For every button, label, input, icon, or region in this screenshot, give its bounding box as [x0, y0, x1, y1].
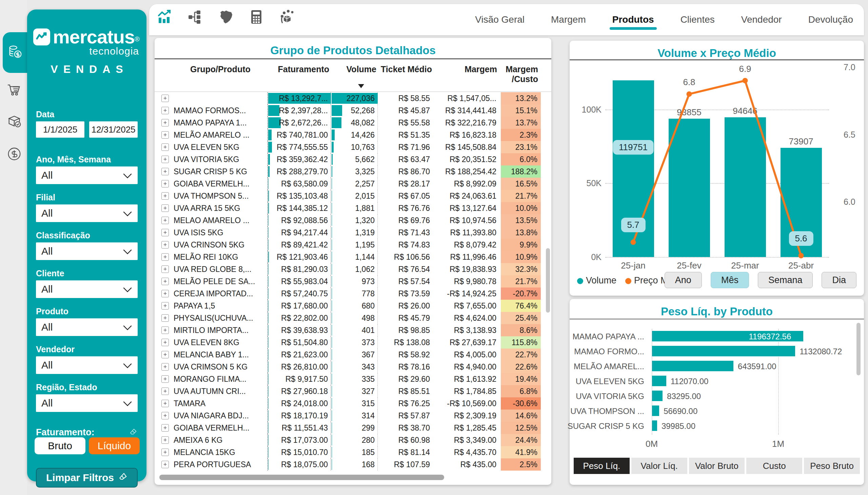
- col-header-volume[interactable]: Volume: [331, 64, 378, 74]
- hierarchy-icon[interactable]: [187, 9, 203, 27]
- table-row[interactable]: +UVA CRIMSON 5 KGR$ 26,810.00343R$ 78.16…: [155, 361, 541, 373]
- expand-icon[interactable]: +: [161, 290, 169, 297]
- table-row[interactable]: +AMEIXA 6 KGR$ 17,073.00280R$ 60.98R$ 3,…: [155, 434, 541, 446]
- table-row[interactable]: +UVA ELEVEN 8KGR$ 51,504.80373R$ 138.08R…: [155, 336, 541, 348]
- tab-vendedor[interactable]: Vendedor: [741, 8, 783, 31]
- expand-icon[interactable]: +: [161, 217, 169, 224]
- peso-bar-uva-eleven-5kg[interactable]: [652, 376, 666, 386]
- trend-chart-icon[interactable]: [157, 9, 173, 27]
- table-row[interactable]: +UVA ARRA 15 5KGR$ 144,385.121,881R$ 76.…: [155, 202, 541, 214]
- table-row[interactable]: +MELANCIA 15KGR$ 15,010.70185R$ 81.14R$ …: [155, 446, 541, 458]
- table-row[interactable]: +UVA VITORIA 5KGR$ 359,362.425,662R$ 63.…: [155, 153, 541, 166]
- table-row[interactable]: +UVA ELEVEN 5KGR$ 774,555.5510,763R$ 71.…: [155, 141, 541, 153]
- table-row[interactable]: +CEREJA IMPORTAD...R$ 57,240.75778R$ 73.…: [155, 288, 541, 300]
- line-point[interactable]: [743, 78, 748, 83]
- peso-vertical-scrollbar-thumb[interactable]: [856, 323, 861, 375]
- filter-dropdown-cliente[interactable]: All: [36, 280, 138, 298]
- col-header-margem[interactable]: Margem: [433, 64, 497, 74]
- table-row[interactable]: +GOIABA VERMELH...R$ 63,580.092,257R$ 28…: [155, 178, 541, 190]
- clear-filters-button[interactable]: Limpar Filtros: [36, 468, 138, 488]
- expand-icon[interactable]: +: [161, 424, 169, 432]
- rail-item-financeiro[interactable]: [5, 145, 24, 164]
- expand-icon[interactable]: +: [161, 180, 169, 187]
- col-header-ticket[interactable]: Ticket Médio: [378, 64, 432, 74]
- expand-icon[interactable]: +: [161, 95, 169, 102]
- period-button-me-s[interactable]: Mês: [711, 272, 749, 288]
- expand-icon[interactable]: +: [161, 156, 169, 163]
- peso-bar-uva-thompson[interactable]: [652, 406, 659, 416]
- expand-icon[interactable]: +: [161, 143, 169, 151]
- table-row[interactable]: +MELÃO PELE DE SA...R$ 55,983.04973R$ 57…: [155, 275, 541, 288]
- col-header-produto[interactable]: Grupo/Produto: [190, 64, 251, 74]
- period-button-ano[interactable]: Ano: [665, 272, 702, 288]
- table-row[interactable]: +PAPAYA 1,5R$ 17,680.00680R$ 26.00R$ 7,6…: [155, 300, 541, 312]
- faturamento-li-quido-button[interactable]: Líquido: [89, 437, 140, 454]
- filter-dropdown-vendedor[interactable]: All: [36, 356, 138, 374]
- table-row-total[interactable]: +R$ 13,292,7...227,036R$ 58.55R$ 1,547,0…: [155, 92, 541, 104]
- table-row[interactable]: +MIRTILO IMPORTA...R$ 39,638.93401R$ 98.…: [155, 324, 541, 336]
- expand-icon[interactable]: +: [161, 229, 169, 236]
- line-point[interactable]: [686, 91, 692, 97]
- expand-icon[interactable]: +: [161, 351, 169, 358]
- table-row[interactable]: +GOIABA VERMELH...R$ 11,551.43299R$ 38.7…: [155, 422, 541, 434]
- rail-item-estoque[interactable]: [5, 113, 24, 132]
- expand-icon[interactable]: +: [161, 314, 169, 322]
- tab-clientes[interactable]: Clientes: [680, 8, 715, 31]
- table-row[interactable]: +MELAO AMARELO ...R$ 92,088.561,320R$ 69…: [155, 214, 541, 226]
- table-row[interactable]: +UVA ISIS 5KGR$ 94,217.441,319R$ 71.43R$…: [155, 226, 541, 239]
- table-row[interactable]: +UVA NIAGARA BDJ...R$ 18,170.19314R$ 57.…: [155, 410, 541, 422]
- expand-icon[interactable]: +: [161, 302, 169, 309]
- rail-item-vendas[interactable]: [3, 32, 27, 73]
- expand-icon[interactable]: +: [161, 461, 169, 468]
- table-row[interactable]: +TAMARAR$ 24,018.00315R$ 76.25-R$ 10,569…: [155, 397, 541, 410]
- table-horizontal-scrollbar-thumb[interactable]: [159, 475, 444, 480]
- measure-button-valor-bruto[interactable]: Valor Bruto: [689, 458, 745, 474]
- expand-icon[interactable]: +: [161, 412, 169, 420]
- col-header-faturamento[interactable]: Faturamento: [268, 64, 329, 74]
- peso-bar-sugar-crisp-5-kg[interactable]: [652, 421, 657, 431]
- tab-produtos[interactable]: Produtos: [612, 8, 655, 31]
- table-row[interactable]: +UVA AUTUMN CRI...R$ 27,960.18327R$ 85.5…: [155, 385, 541, 397]
- tab-devoluc-a-o[interactable]: Devolução: [807, 8, 854, 31]
- table-vertical-scrollbar-thumb[interactable]: [546, 248, 550, 312]
- expand-icon[interactable]: +: [161, 266, 169, 273]
- calculator-icon[interactable]: [248, 9, 265, 27]
- expand-icon[interactable]: +: [161, 241, 169, 249]
- expand-icon[interactable]: +: [161, 253, 169, 261]
- peso-bar-uva-vitoria-5kg[interactable]: [652, 391, 663, 401]
- table-row[interactable]: +UVA CRINSON 5KGR$ 89,421.421,195R$ 74.8…: [155, 239, 541, 251]
- table-row[interactable]: +MORANGO FILMA...R$ 9,917.50335R$ 29.60R…: [155, 373, 541, 385]
- expand-icon[interactable]: +: [161, 388, 169, 395]
- expand-icon[interactable]: +: [161, 326, 169, 334]
- expand-icon[interactable]: +: [161, 375, 169, 383]
- tab-margem[interactable]: Margem: [550, 8, 586, 31]
- tab-visa-o-geral[interactable]: Visão Geral: [474, 8, 525, 31]
- table-row[interactable]: +MELÃO AMARELO ...R$ 740,781.0014,426R$ …: [155, 129, 541, 141]
- eraser-icon[interactable]: [129, 428, 138, 438]
- table-row[interactable]: +UVA THOMPSON 5...R$ 135,103.482,015R$ 6…: [155, 190, 541, 202]
- expand-icon[interactable]: +: [161, 107, 169, 114]
- measure-button-peso-bruto[interactable]: Peso Bruto: [804, 458, 860, 474]
- expand-icon[interactable]: +: [161, 339, 169, 346]
- rail-item-compras[interactable]: [5, 81, 24, 100]
- brazil-map-icon[interactable]: [218, 9, 234, 27]
- table-row[interactable]: +UVA RED GLOBE 8,...R$ 81,290.031,062R$ …: [155, 263, 541, 275]
- expand-icon[interactable]: +: [161, 168, 169, 175]
- table-row[interactable]: +MAMAO FORMOS...R$ 2,397,28...52,268R$ 4…: [155, 104, 541, 117]
- date-start-input[interactable]: 1/1/2025: [36, 121, 84, 138]
- expand-icon[interactable]: +: [161, 278, 169, 285]
- period-button-dia[interactable]: Dia: [821, 272, 856, 288]
- period-button-semana[interactable]: Semana: [758, 272, 813, 288]
- table-row[interactable]: +PHYSALIS(UCHUVA...R$ 22,802.00498R$ 45.…: [155, 312, 541, 324]
- faturamento-bruto-button[interactable]: Bruto: [35, 437, 85, 454]
- peso-bar-mela-o-amarel[interactable]: [652, 361, 733, 371]
- measure-button-valor-li-q[interactable]: Valor Líq.: [631, 458, 687, 474]
- table-row[interactable]: +MAMAO PAPAYA 1...R$ 2,672,26...48,082R$…: [155, 117, 541, 129]
- table-row[interactable]: +MELÃO REI 10KGR$ 121,903.461,144R$ 106.…: [155, 251, 541, 263]
- expand-icon[interactable]: +: [161, 192, 169, 200]
- measure-button-custo[interactable]: Custo: [746, 458, 802, 474]
- line-point[interactable]: [799, 253, 804, 258]
- col-header-margem-custo[interactable]: Margem /Custo: [501, 64, 538, 84]
- expand-icon[interactable]: +: [161, 204, 169, 212]
- expand-icon[interactable]: +: [161, 131, 169, 139]
